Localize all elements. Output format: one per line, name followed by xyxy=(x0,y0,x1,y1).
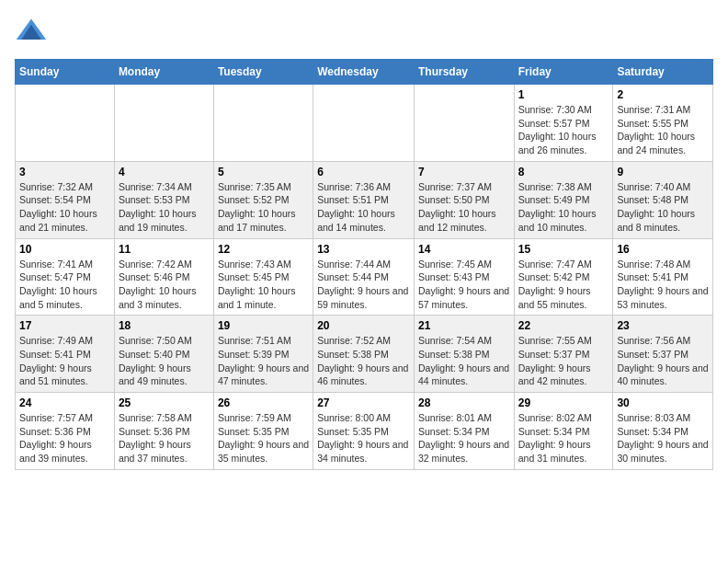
logo-icon xyxy=(15,15,48,48)
day-number: 6 xyxy=(317,166,410,178)
calendar-cell xyxy=(16,85,115,162)
day-info: Sunrise: 7:57 AM Sunset: 5:36 PM Dayligh… xyxy=(19,411,110,465)
day-info: Sunrise: 7:32 AM Sunset: 5:54 PM Dayligh… xyxy=(19,180,110,235)
page-header xyxy=(15,15,713,48)
day-info: Sunrise: 7:51 AM Sunset: 5:39 PM Dayligh… xyxy=(218,334,309,388)
day-number: 30 xyxy=(617,396,709,409)
day-info: Sunrise: 7:38 AM Sunset: 5:49 PM Dayligh… xyxy=(518,180,609,235)
calendar-cell: 1Sunrise: 7:30 AM Sunset: 5:57 PM Daylig… xyxy=(514,85,613,162)
day-number: 16 xyxy=(617,243,709,256)
calendar-cell: 21Sunrise: 7:54 AM Sunset: 5:38 PM Dayli… xyxy=(414,316,514,393)
day-info: Sunrise: 7:40 AM Sunset: 5:48 PM Dayligh… xyxy=(617,180,709,235)
weekday-header: Thursday xyxy=(414,60,514,85)
day-info: Sunrise: 7:47 AM Sunset: 5:42 PM Dayligh… xyxy=(518,258,609,312)
weekday-header: Friday xyxy=(514,60,613,85)
calendar-table: SundayMondayTuesdayWednesdayThursdayFrid… xyxy=(15,59,713,470)
day-number: 26 xyxy=(218,396,309,409)
calendar-cell: 26Sunrise: 7:59 AM Sunset: 5:35 PM Dayli… xyxy=(213,393,313,470)
day-number: 29 xyxy=(518,396,609,409)
day-info: Sunrise: 7:50 AM Sunset: 5:40 PM Dayligh… xyxy=(119,334,210,388)
day-info: Sunrise: 8:02 AM Sunset: 5:34 PM Dayligh… xyxy=(518,411,609,465)
day-number: 23 xyxy=(617,319,709,332)
calendar-week-row: 24Sunrise: 7:57 AM Sunset: 5:36 PM Dayli… xyxy=(16,393,713,470)
calendar-cell: 15Sunrise: 7:47 AM Sunset: 5:42 PM Dayli… xyxy=(514,238,613,316)
day-info: Sunrise: 7:42 AM Sunset: 5:46 PM Dayligh… xyxy=(119,258,210,312)
day-info: Sunrise: 7:49 AM Sunset: 5:41 PM Dayligh… xyxy=(19,334,110,388)
weekday-header: Monday xyxy=(114,60,213,85)
calendar-cell: 7Sunrise: 7:37 AM Sunset: 5:50 PM Daylig… xyxy=(414,161,514,238)
day-number: 18 xyxy=(119,319,210,332)
calendar-cell: 30Sunrise: 8:03 AM Sunset: 5:34 PM Dayli… xyxy=(613,393,713,470)
day-number: 10 xyxy=(19,243,110,256)
day-number: 9 xyxy=(617,166,709,178)
day-number: 7 xyxy=(418,166,510,178)
day-info: Sunrise: 7:37 AM Sunset: 5:50 PM Dayligh… xyxy=(418,180,510,235)
calendar-cell: 4Sunrise: 7:34 AM Sunset: 5:53 PM Daylig… xyxy=(114,161,213,238)
calendar-cell: 3Sunrise: 7:32 AM Sunset: 5:54 PM Daylig… xyxy=(16,161,115,238)
day-info: Sunrise: 7:36 AM Sunset: 5:51 PM Dayligh… xyxy=(317,180,410,235)
calendar-cell: 6Sunrise: 7:36 AM Sunset: 5:51 PM Daylig… xyxy=(313,161,415,238)
day-number: 13 xyxy=(317,243,410,256)
day-info: Sunrise: 7:54 AM Sunset: 5:38 PM Dayligh… xyxy=(418,334,510,388)
calendar-cell: 9Sunrise: 7:40 AM Sunset: 5:48 PM Daylig… xyxy=(613,161,713,238)
calendar-cell: 14Sunrise: 7:45 AM Sunset: 5:43 PM Dayli… xyxy=(414,238,514,316)
day-info: Sunrise: 7:31 AM Sunset: 5:55 PM Dayligh… xyxy=(617,103,709,157)
day-number: 12 xyxy=(218,243,309,256)
calendar-cell xyxy=(213,85,313,162)
day-info: Sunrise: 7:55 AM Sunset: 5:37 PM Dayligh… xyxy=(518,334,609,388)
calendar-week-row: 17Sunrise: 7:49 AM Sunset: 5:41 PM Dayli… xyxy=(16,316,713,393)
day-number: 17 xyxy=(19,319,110,332)
calendar-cell: 22Sunrise: 7:55 AM Sunset: 5:37 PM Dayli… xyxy=(514,316,613,393)
day-info: Sunrise: 7:43 AM Sunset: 5:45 PM Dayligh… xyxy=(218,258,309,312)
calendar-cell: 24Sunrise: 7:57 AM Sunset: 5:36 PM Dayli… xyxy=(16,393,115,470)
day-number: 15 xyxy=(518,243,609,256)
day-info: Sunrise: 8:03 AM Sunset: 5:34 PM Dayligh… xyxy=(617,411,709,465)
day-number: 20 xyxy=(317,319,410,332)
calendar-week-row: 3Sunrise: 7:32 AM Sunset: 5:54 PM Daylig… xyxy=(16,161,713,238)
calendar-cell: 5Sunrise: 7:35 AM Sunset: 5:52 PM Daylig… xyxy=(213,161,313,238)
day-number: 11 xyxy=(119,243,210,256)
day-number: 5 xyxy=(218,166,309,178)
day-number: 19 xyxy=(218,319,309,332)
calendar-cell: 29Sunrise: 8:02 AM Sunset: 5:34 PM Dayli… xyxy=(514,393,613,470)
weekday-header: Saturday xyxy=(613,60,713,85)
day-number: 8 xyxy=(518,166,609,178)
day-info: Sunrise: 7:52 AM Sunset: 5:38 PM Dayligh… xyxy=(317,334,410,388)
calendar-cell: 27Sunrise: 8:00 AM Sunset: 5:35 PM Dayli… xyxy=(313,393,415,470)
day-info: Sunrise: 7:58 AM Sunset: 5:36 PM Dayligh… xyxy=(119,411,210,465)
day-info: Sunrise: 7:30 AM Sunset: 5:57 PM Dayligh… xyxy=(518,103,609,157)
calendar-cell: 25Sunrise: 7:58 AM Sunset: 5:36 PM Dayli… xyxy=(114,393,213,470)
day-number: 24 xyxy=(19,396,110,409)
day-info: Sunrise: 7:44 AM Sunset: 5:44 PM Dayligh… xyxy=(317,258,410,312)
day-number: 2 xyxy=(617,88,709,101)
calendar-cell: 10Sunrise: 7:41 AM Sunset: 5:47 PM Dayli… xyxy=(16,238,115,316)
logo xyxy=(15,15,51,48)
calendar-cell: 2Sunrise: 7:31 AM Sunset: 5:55 PM Daylig… xyxy=(613,85,713,162)
day-info: Sunrise: 7:34 AM Sunset: 5:53 PM Dayligh… xyxy=(119,180,210,235)
day-number: 28 xyxy=(418,396,510,409)
day-number: 25 xyxy=(119,396,210,409)
calendar-cell: 8Sunrise: 7:38 AM Sunset: 5:49 PM Daylig… xyxy=(514,161,613,238)
day-number: 1 xyxy=(518,88,609,101)
day-number: 4 xyxy=(119,166,210,178)
calendar-cell: 17Sunrise: 7:49 AM Sunset: 5:41 PM Dayli… xyxy=(16,316,115,393)
weekday-header: Wednesday xyxy=(313,60,415,85)
calendar-week-row: 1Sunrise: 7:30 AM Sunset: 5:57 PM Daylig… xyxy=(16,85,713,162)
calendar-cell: 18Sunrise: 7:50 AM Sunset: 5:40 PM Dayli… xyxy=(114,316,213,393)
day-info: Sunrise: 8:01 AM Sunset: 5:34 PM Dayligh… xyxy=(418,411,510,465)
calendar-cell: 16Sunrise: 7:48 AM Sunset: 5:41 PM Dayli… xyxy=(613,238,713,316)
calendar-cell: 13Sunrise: 7:44 AM Sunset: 5:44 PM Dayli… xyxy=(313,238,415,316)
day-info: Sunrise: 7:35 AM Sunset: 5:52 PM Dayligh… xyxy=(218,180,309,235)
calendar-cell xyxy=(114,85,213,162)
day-number: 14 xyxy=(418,243,510,256)
day-info: Sunrise: 7:41 AM Sunset: 5:47 PM Dayligh… xyxy=(19,258,110,312)
day-info: Sunrise: 7:48 AM Sunset: 5:41 PM Dayligh… xyxy=(617,258,709,312)
calendar-cell: 11Sunrise: 7:42 AM Sunset: 5:46 PM Dayli… xyxy=(114,238,213,316)
day-number: 22 xyxy=(518,319,609,332)
calendar-cell: 12Sunrise: 7:43 AM Sunset: 5:45 PM Dayli… xyxy=(213,238,313,316)
calendar-cell xyxy=(313,85,415,162)
day-info: Sunrise: 7:56 AM Sunset: 5:37 PM Dayligh… xyxy=(617,334,709,388)
calendar-cell: 19Sunrise: 7:51 AM Sunset: 5:39 PM Dayli… xyxy=(213,316,313,393)
calendar-header-row: SundayMondayTuesdayWednesdayThursdayFrid… xyxy=(16,60,713,85)
calendar-week-row: 10Sunrise: 7:41 AM Sunset: 5:47 PM Dayli… xyxy=(16,238,713,316)
